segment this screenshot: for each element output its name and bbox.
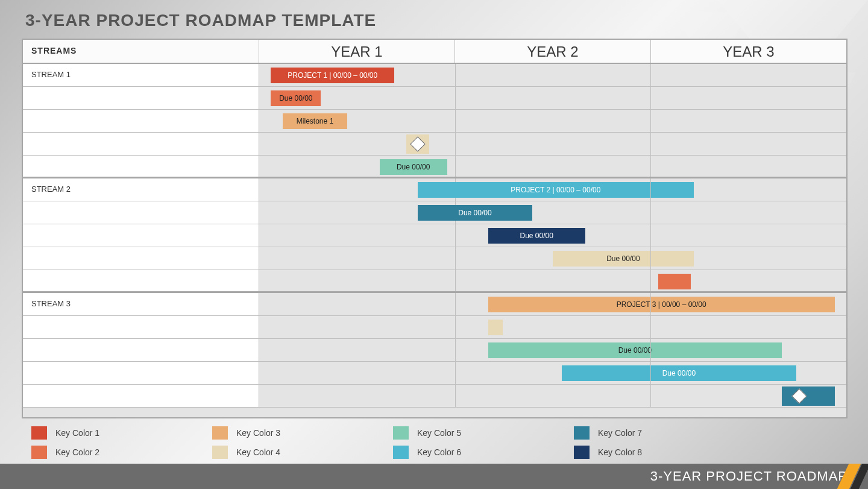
roadmap-board: STREAMS YEAR 1 YEAR 2 YEAR 3 STREAM 1PRO… <box>22 39 848 418</box>
roadmap-row <box>23 316 846 339</box>
color-swatch-icon <box>31 446 47 459</box>
row-track: Due 00/00 <box>259 87 846 109</box>
row-track <box>259 385 846 407</box>
legend-label: Key Color 1 <box>55 428 99 438</box>
project-bar: PROJECT 2 | 00/00 – 00/00 <box>418 182 694 198</box>
row-label <box>23 339 259 361</box>
row-track: PROJECT 1 | 00/00 – 00/00 <box>259 64 846 86</box>
row-label <box>23 87 259 109</box>
footer-bar: 3-YEAR PROJECT ROADMAP <box>0 464 868 489</box>
color-swatch-icon <box>574 426 590 440</box>
legend-label: Key Color 5 <box>417 428 461 438</box>
row-label <box>23 270 259 291</box>
legend-label: Key Color 8 <box>598 447 642 457</box>
footer-accent-icon <box>832 464 868 489</box>
header-streams: STREAMS <box>23 40 259 63</box>
legend-item: Key Color 8 <box>574 443 755 462</box>
legend-item: Key Color 6 <box>393 443 574 462</box>
legend-item: Key Color 3 <box>212 423 393 443</box>
header-row: STREAMS YEAR 1 YEAR 2 YEAR 3 <box>23 40 846 64</box>
roadmap-rows: STREAM 1PROJECT 1 | 00/00 – 00/00Due 00/… <box>23 64 846 408</box>
task-bar: Due 00/00 <box>488 342 782 358</box>
legend-item: Key Color 7 <box>574 423 755 443</box>
roadmap-row <box>23 133 846 156</box>
row-label <box>23 247 259 270</box>
row-label: STREAM 2 <box>23 178 259 201</box>
task-bar: Milestone 1 <box>283 113 347 129</box>
roadmap-row <box>23 385 846 408</box>
color-swatch-icon <box>393 426 409 440</box>
roadmap-row: Milestone 1 <box>23 110 846 133</box>
roadmap-row: Due 00/00 <box>23 247 846 270</box>
row-label <box>23 224 259 247</box>
legend-item: Key Color 5 <box>393 423 574 443</box>
roadmap-row: STREAM 2PROJECT 2 | 00/00 – 00/00 <box>23 178 846 201</box>
task-bar: Due 00/00 <box>553 251 694 267</box>
row-label <box>23 110 259 132</box>
task-bar: Due 00/00 <box>488 228 585 244</box>
task-bar: Due 00/00 <box>380 159 447 175</box>
project-bar: PROJECT 1 | 00/00 – 00/00 <box>271 68 394 83</box>
roadmap-row: Due 00/00 <box>23 201 846 224</box>
row-track: Due 00/00 <box>259 339 846 361</box>
row-label: STREAM 1 <box>23 64 259 86</box>
color-swatch-icon <box>212 426 228 440</box>
roadmap-row: Due 00/00 <box>23 362 846 385</box>
row-label <box>23 133 259 155</box>
row-label <box>23 362 259 384</box>
legend-label: Key Color 4 <box>236 447 280 457</box>
roadmap-row: Due 00/00 <box>23 156 846 178</box>
row-track: Due 00/00 <box>259 247 846 270</box>
roadmap-row: Due 00/00 <box>23 224 846 247</box>
row-track: PROJECT 3 | 00/00 – 00/00 <box>259 293 846 315</box>
row-label <box>23 156 259 177</box>
row-track: Due 00/00 <box>259 201 846 224</box>
task-bar: Due 00/00 <box>418 205 532 221</box>
row-track: Due 00/00 <box>259 224 846 247</box>
row-track: Due 00/00 <box>259 156 846 177</box>
row-track: PROJECT 2 | 00/00 – 00/00 <box>259 178 846 201</box>
header-year-1: YEAR 1 <box>259 40 455 63</box>
row-label <box>23 316 259 338</box>
legend-label: Key Color 6 <box>417 447 461 457</box>
task-bar: Due 00/00 <box>271 90 321 106</box>
legend-label: Key Color 7 <box>598 428 642 438</box>
color-swatch-icon <box>393 446 409 459</box>
row-track: Due 00/00 <box>259 362 846 384</box>
row-track: Milestone 1 <box>259 110 846 132</box>
legend-label: Key Color 2 <box>55 447 99 457</box>
project-bar: PROJECT 3 | 00/00 – 00/00 <box>488 297 835 312</box>
row-label <box>23 201 259 224</box>
roadmap-row: Due 00/00 <box>23 87 846 110</box>
header-year-3: YEAR 3 <box>651 40 846 63</box>
color-swatch-icon <box>212 446 228 459</box>
task-bar: Due 00/00 <box>562 365 797 381</box>
roadmap-row <box>23 270 846 293</box>
legend-label: Key Color 3 <box>236 428 280 438</box>
roadmap-row: STREAM 3PROJECT 3 | 00/00 – 00/00 <box>23 293 846 316</box>
row-track <box>259 316 846 338</box>
row-track <box>259 270 846 291</box>
roadmap-row: Due 00/00 <box>23 339 846 362</box>
legend-item: Key Color 2 <box>31 443 212 462</box>
page-title: 3-YEAR PROJECT ROADMAP TEMPLATE <box>25 11 376 30</box>
task-bar <box>658 274 691 289</box>
legend-item: Key Color 1 <box>31 423 212 443</box>
color-swatch-icon <box>31 426 47 440</box>
color-swatch-icon <box>574 446 590 459</box>
row-label: STREAM 3 <box>23 293 259 315</box>
roadmap-row: STREAM 1PROJECT 1 | 00/00 – 00/00 <box>23 64 846 87</box>
milestone-marker <box>782 386 835 406</box>
task-bar <box>488 320 503 335</box>
legend: Key Color 1Key Color 2Key Color 3Key Col… <box>31 423 839 462</box>
legend-item: Key Color 4 <box>212 443 393 462</box>
row-label <box>23 385 259 407</box>
header-year-2: YEAR 2 <box>455 40 651 63</box>
footer-text: 3-YEAR PROJECT ROADMAP <box>650 468 848 484</box>
row-track <box>259 133 846 155</box>
